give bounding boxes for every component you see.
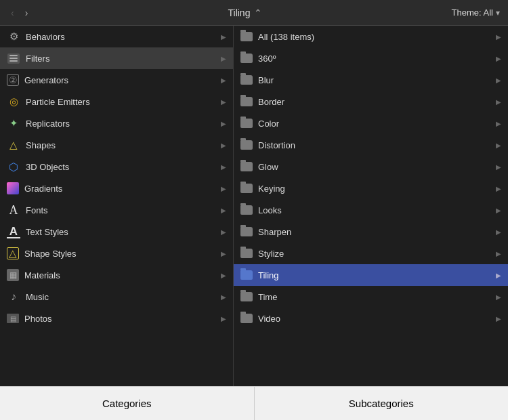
chevron-right-icon: ▶ <box>496 207 501 214</box>
top-bar: ‹ › Tiling ⌃ Theme: All ▾ <box>0 0 508 26</box>
subcategory-item-keying[interactable]: Keying ▶ <box>234 177 508 199</box>
subcategory-item-stylize[interactable]: Stylize ▶ <box>234 243 508 264</box>
shapes-icon: △ <box>7 138 20 152</box>
chevron-right-icon: ▶ <box>496 77 501 84</box>
sidebar-item-text-styles[interactable]: A Text Styles ▶ <box>0 221 233 243</box>
sidebar-item-shapes[interactable]: △ Shapes ▶ <box>0 134 233 156</box>
folder-icon <box>240 54 253 63</box>
subcategory-label: Blur <box>258 75 496 85</box>
folder-icon <box>240 227 253 236</box>
subcategory-label: Keying <box>258 184 496 194</box>
sidebar-item-label: Shapes <box>26 140 221 150</box>
subcategory-item-tiling[interactable]: Tiling ▶ <box>234 264 508 286</box>
subcategory-item-color[interactable]: Color ▶ <box>234 112 508 134</box>
subcategory-label: Tiling <box>258 270 496 280</box>
folder-icon <box>240 249 253 258</box>
folder-icon <box>240 75 253 85</box>
chevron-right-icon: ▶ <box>496 33 501 41</box>
categories-label: Categories <box>0 387 255 420</box>
chevron-right-icon: ▶ <box>221 163 226 171</box>
chevron-right-icon: ▶ <box>496 228 501 236</box>
subcategory-item-video[interactable]: Video ▶ <box>234 308 508 329</box>
subcategory-label: Distortion <box>258 140 496 150</box>
subcategory-item-sharpen[interactable]: Sharpen ▶ <box>234 221 508 243</box>
subcategory-item-distortion[interactable]: Distortion ▶ <box>234 134 508 156</box>
particle-emitters-icon: ◎ <box>7 95 20 108</box>
text-styles-icon: A <box>7 225 20 238</box>
folder-icon <box>240 270 253 280</box>
chevron-right-icon: ▶ <box>496 142 501 149</box>
subcategory-label: All (138 items) <box>258 32 496 42</box>
sidebar-item-music[interactable]: ♪ Music ▶ <box>0 286 233 308</box>
chevron-right-icon: ▶ <box>221 55 226 62</box>
chevron-right-icon: ▶ <box>221 142 226 149</box>
sidebar-item-generators[interactable]: ② Generators ▶ <box>0 69 233 91</box>
sidebar-item-label: Fonts <box>26 205 221 215</box>
gradients-icon <box>7 182 19 194</box>
title-stepper[interactable]: ⌃ <box>254 7 262 18</box>
sidebar-item-replicators[interactable]: ✦ Replicators ▶ <box>0 112 233 134</box>
sidebar-item-label: Materials <box>24 270 221 280</box>
subcategory-item-all[interactable]: All (138 items) ▶ <box>234 26 508 47</box>
sidebar-item-label: Photos <box>24 314 221 324</box>
music-icon: ♪ <box>7 290 20 303</box>
subcategory-item-looks[interactable]: Looks ▶ <box>234 199 508 221</box>
forward-arrow[interactable]: › <box>22 6 31 20</box>
subcategory-item-time[interactable]: Time ▶ <box>234 286 508 308</box>
folder-icon <box>240 119 253 128</box>
gear-icon <box>7 30 20 43</box>
chevron-right-icon: ▶ <box>221 272 226 279</box>
theme-label: Theme: All <box>452 7 493 18</box>
sidebar-item-label: Shape Styles <box>24 249 221 259</box>
replicators-icon: ✦ <box>7 117 20 130</box>
sidebar-item-label: Particle Emitters <box>26 97 221 107</box>
theme-selector[interactable]: Theme: All ▾ <box>452 7 500 18</box>
folder-icon <box>240 162 253 171</box>
chevron-right-icon: ▶ <box>221 315 226 322</box>
subcategory-item-border[interactable]: Border ▶ <box>234 91 508 112</box>
sidebar-item-label: Text Styles <box>26 227 221 237</box>
subcategory-item-blur[interactable]: Blur ▶ <box>234 69 508 91</box>
sidebar-item-3d-objects[interactable]: ⬡ 3D Objects ▶ <box>0 156 233 177</box>
chevron-right-icon: ▶ <box>221 33 226 41</box>
back-arrow[interactable]: ‹ <box>8 6 17 20</box>
subcategory-item-glow[interactable]: Glow ▶ <box>234 156 508 177</box>
subcategory-item-360[interactable]: 360º ▶ <box>234 47 508 69</box>
chevron-right-icon: ▶ <box>221 207 226 214</box>
sidebar-item-shape-styles[interactable]: △ Shape Styles ▶ <box>0 243 233 264</box>
chevron-right-icon: ▶ <box>221 185 226 192</box>
chevron-right-icon: ▶ <box>496 315 501 322</box>
main-content: Behaviors ▶ Filters ▶ ② Generators ▶ <box>0 26 508 386</box>
generators-icon: ② <box>7 74 19 86</box>
subcategory-label: Sharpen <box>258 227 496 237</box>
folder-icon <box>240 314 253 323</box>
materials-icon: ▦ <box>7 269 19 281</box>
sidebar-item-label: Replicators <box>26 119 221 129</box>
sidebar-item-behaviors[interactable]: Behaviors ▶ <box>0 26 233 47</box>
sidebar-item-fonts[interactable]: A Fonts ▶ <box>0 199 233 221</box>
sidebar-item-gradients[interactable]: Gradients ▶ <box>0 177 233 199</box>
sidebar-item-photos[interactable]: ▤ Photos ▶ <box>0 308 233 329</box>
filter-icon <box>7 51 20 65</box>
chevron-right-icon: ▶ <box>496 55 501 62</box>
folder-icon <box>240 292 253 301</box>
shape-styles-icon: △ <box>7 247 19 259</box>
subcategory-label: Stylize <box>258 249 496 259</box>
sidebar-item-particle-emitters[interactable]: ◎ Particle Emitters ▶ <box>0 91 233 112</box>
subcategory-label: Looks <box>258 205 496 215</box>
folder-icon <box>240 184 253 193</box>
bottom-labels: Categories Subcategories <box>0 386 508 420</box>
chevron-right-icon: ▶ <box>221 293 226 301</box>
sidebar-item-materials[interactable]: ▦ Materials ▶ <box>0 264 233 286</box>
categories-panel: Behaviors ▶ Filters ▶ ② Generators ▶ <box>0 26 234 386</box>
fonts-icon: A <box>7 203 20 217</box>
sidebar-item-label: Behaviors <box>26 32 221 42</box>
sidebar-item-label: Music <box>26 292 221 302</box>
chevron-right-icon: ▶ <box>221 77 226 84</box>
subcategory-label: Border <box>258 97 496 107</box>
sidebar-item-label: Gradients <box>24 184 221 194</box>
sidebar-item-filters[interactable]: Filters ▶ <box>0 47 233 69</box>
subcategory-label: 360º <box>258 54 496 64</box>
nav-arrows: ‹ › <box>8 6 30 20</box>
chevron-right-icon: ▶ <box>496 272 501 279</box>
